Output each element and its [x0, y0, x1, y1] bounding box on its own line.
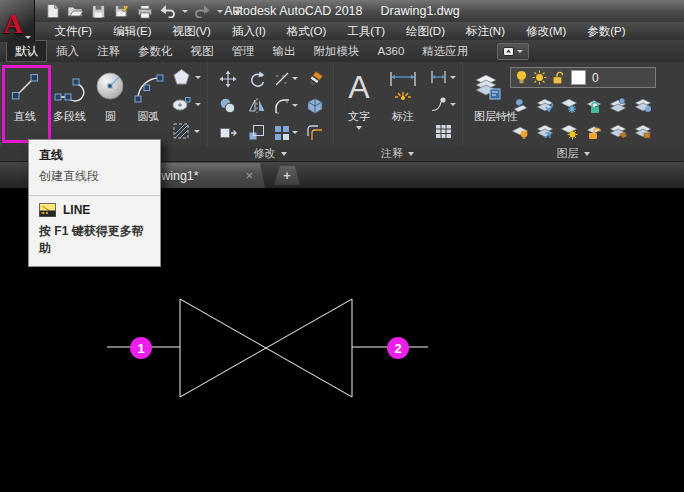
layer-tool-grid: [508, 92, 655, 144]
marker-2-label: 2: [394, 341, 401, 356]
layer-on-button[interactable]: [508, 118, 533, 144]
linear-dimension-button[interactable]: [428, 65, 458, 89]
explode-tool-button[interactable]: [300, 92, 329, 119]
ribbon-collapse-button[interactable]: [497, 43, 529, 60]
close-icon[interactable]: ×: [245, 169, 253, 182]
current-layer-name: 0: [592, 71, 599, 85]
layer-previous-button[interactable]: [533, 118, 558, 144]
layers-panel-label: 图层: [557, 146, 579, 161]
quick-access-toolbar: [44, 2, 246, 20]
ribbon-tab-output[interactable]: 输出: [264, 40, 305, 62]
save-as-icon[interactable]: [113, 3, 130, 20]
ribbon-tab-manage[interactable]: 管理: [223, 40, 264, 62]
rotate-icon: [248, 70, 266, 88]
chevron-down-icon: [584, 152, 590, 156]
menu-format[interactable]: 格式(O): [276, 22, 337, 40]
polygon-tool-button[interactable]: [168, 65, 204, 89]
annotation-panel-label: 注释: [381, 146, 403, 161]
undo-icon[interactable]: [159, 3, 176, 20]
menu-tools[interactable]: 工具(T): [337, 22, 396, 40]
document-title: Drawing1.dwg: [381, 4, 460, 18]
chevron-down-icon: [408, 152, 414, 156]
line-tool-highlight-box: [2, 65, 51, 143]
rotate-tool-button[interactable]: [242, 65, 271, 92]
copy-icon: [219, 97, 237, 115]
ribbon-tab-addins[interactable]: 附加模块: [305, 40, 369, 62]
table-button[interactable]: [428, 119, 458, 143]
menu-parametric[interactable]: 参数(P): [577, 22, 636, 40]
menu-file[interactable]: 文件(F): [44, 22, 103, 40]
move-tool-button[interactable]: [213, 65, 242, 92]
dimension-tool-button[interactable]: 标注: [383, 64, 423, 146]
chevron-down-icon: [25, 36, 31, 39]
erase-tool-button[interactable]: [300, 65, 329, 92]
layer-isolate-button[interactable]: [533, 92, 558, 118]
menu-modify[interactable]: 修改(M): [515, 22, 576, 40]
chevron-down-icon: [450, 103, 456, 106]
menu-dimension[interactable]: 标注(N): [456, 22, 516, 40]
scale-tool-button[interactable]: [242, 119, 271, 146]
open-file-icon[interactable]: [67, 3, 84, 20]
trim-icon: [274, 71, 290, 87]
undo-history-chevron-icon[interactable]: [182, 10, 188, 13]
new-drawing-tab-button[interactable]: +: [274, 166, 300, 185]
circle-tool-button[interactable]: 圆: [93, 64, 128, 146]
ribbon-tab-view[interactable]: 视图: [182, 40, 223, 62]
layer-properties-icon: [472, 64, 502, 110]
copy-tool-button[interactable]: [213, 92, 242, 119]
plot-icon[interactable]: [136, 3, 153, 20]
stretch-tool-button[interactable]: [213, 119, 242, 146]
ribbon-tab-insert[interactable]: 插入: [47, 40, 88, 62]
collapse-panel-icon: [503, 47, 514, 56]
layer-lock-button[interactable]: [582, 92, 607, 118]
offset-tool-button[interactable]: [300, 119, 329, 146]
array-tool-button[interactable]: [271, 119, 300, 146]
layer-match-button[interactable]: [606, 92, 631, 118]
ribbon-tab-parametric[interactable]: 参数化: [129, 40, 182, 62]
save-icon[interactable]: [90, 3, 107, 20]
layer-state-button[interactable]: [606, 118, 631, 144]
ribbon-tab-a360[interactable]: A360: [369, 40, 414, 62]
layer-merge-button[interactable]: [631, 118, 656, 144]
layer-dropdown[interactable]: 0: [510, 67, 656, 88]
layers-panel-footer[interactable]: 图层: [462, 146, 684, 161]
ribbon-tab-annotate[interactable]: 注释: [88, 40, 129, 62]
application-menu-button[interactable]: A: [0, 0, 35, 42]
polyline-tool-label: 多段线: [53, 110, 86, 123]
annotation-panel-footer[interactable]: 注释: [333, 146, 462, 161]
polyline-icon: [52, 64, 88, 110]
fillet-tool-button[interactable]: [271, 92, 300, 119]
menu-insert[interactable]: 插入(I): [221, 22, 276, 40]
chevron-down-icon: [194, 130, 200, 133]
customize-quick-access-icon[interactable]: [229, 3, 246, 20]
chevron-down-icon: [281, 152, 287, 156]
new-file-icon[interactable]: [44, 3, 61, 20]
redo-icon[interactable]: [194, 3, 211, 20]
layer-thaw-button[interactable]: [557, 118, 582, 144]
arc-tool-button[interactable]: 圆弧: [129, 64, 168, 146]
modify-panel-footer[interactable]: 修改: [207, 146, 333, 161]
multileader-button[interactable]: [428, 92, 458, 116]
layer-walk-button[interactable]: [631, 92, 656, 118]
polygon-icon: [172, 68, 191, 86]
ellipse-tool-button[interactable]: [168, 92, 204, 116]
text-icon: A: [348, 64, 369, 110]
line-tooltip: 直线 创建直线段 LINE 按 F1 键获得更多帮助: [28, 139, 161, 267]
menu-draw[interactable]: 绘图(D): [396, 22, 456, 40]
table-icon: [435, 124, 452, 139]
text-tool-button[interactable]: A 文字: [339, 64, 379, 146]
ribbon-tab-home[interactable]: 默认: [6, 40, 47, 62]
layer-off-button[interactable]: [508, 92, 533, 118]
polyline-tool-button[interactable]: 多段线: [47, 64, 92, 146]
layer-properties-button[interactable]: 图层特性: [467, 64, 507, 146]
ribbon-tab-featured-apps[interactable]: 精选应用: [413, 40, 477, 62]
menu-edit[interactable]: 编辑(E): [103, 22, 162, 40]
mirror-tool-button[interactable]: [242, 92, 271, 119]
offset-icon: [306, 124, 324, 142]
redo-history-chevron-icon[interactable]: [217, 10, 223, 13]
trim-tool-button[interactable]: [271, 65, 300, 92]
layer-freeze-button[interactable]: [557, 92, 582, 118]
menu-view[interactable]: 视图(V): [162, 22, 221, 40]
hatch-tool-button[interactable]: [168, 119, 204, 143]
layer-unlock-button[interactable]: [582, 118, 607, 144]
